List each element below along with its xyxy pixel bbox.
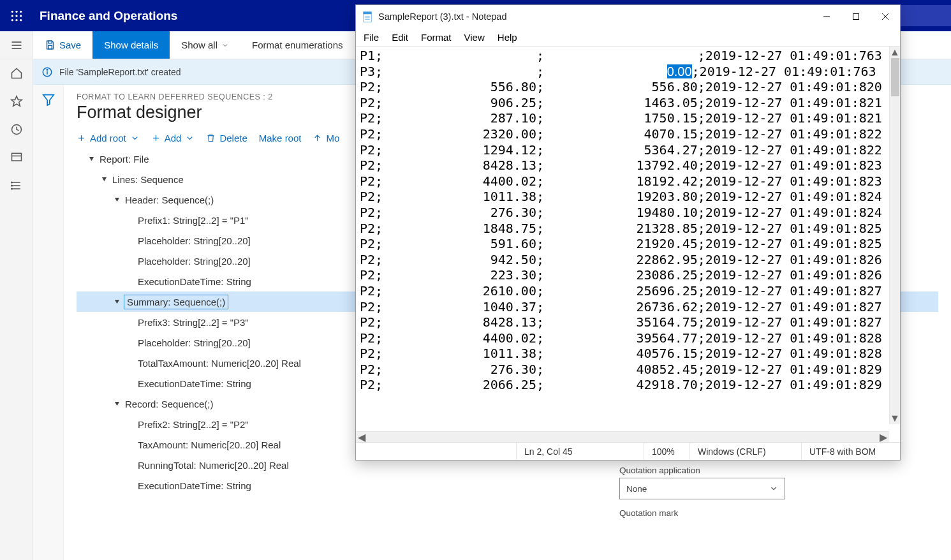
move-up-button[interactable]: Mo xyxy=(313,133,339,144)
plus-icon xyxy=(151,133,161,143)
add-label: Add xyxy=(165,133,182,144)
tree-caret-icon[interactable] xyxy=(112,299,121,305)
right-field-group: Quotation application None Quotation mar… xyxy=(619,466,785,520)
notepad-window: SampleReport (3).txt - Notepad FileEditF… xyxy=(355,4,901,461)
chevron-down-icon xyxy=(130,133,140,143)
add-root-label: Add root xyxy=(90,133,126,144)
modules-icon[interactable] xyxy=(0,172,33,200)
hamburger-icon[interactable] xyxy=(0,31,33,59)
svg-point-4 xyxy=(15,15,17,17)
info-message: File 'SampleReport.txt' created xyxy=(59,67,181,77)
chevron-down-icon xyxy=(221,41,229,49)
tree-node-label: Record: Sequence(;) xyxy=(125,399,213,409)
notepad-menu-item[interactable]: Format xyxy=(421,32,452,43)
notepad-menubar: FileEditFormatViewHelp xyxy=(356,28,900,46)
recent-icon[interactable] xyxy=(0,115,33,144)
svg-point-27 xyxy=(11,185,12,186)
tree-node-label: TotalTaxAmount: Numeric[20..20] Real xyxy=(138,358,301,369)
svg-point-1 xyxy=(15,10,17,12)
save-label: Save xyxy=(59,40,81,50)
show-details-button[interactable]: Show details xyxy=(92,31,170,59)
svg-rect-53 xyxy=(364,12,372,15)
notepad-menu-item[interactable]: File xyxy=(364,32,379,43)
tree-node-label: Placeholder: String[20..20] xyxy=(138,337,251,348)
svg-point-26 xyxy=(11,182,12,183)
save-button[interactable]: Save xyxy=(33,31,92,59)
add-button[interactable]: Add xyxy=(151,133,195,144)
filter-rail xyxy=(33,85,64,560)
tree-caret-icon[interactable] xyxy=(87,156,96,162)
scroll-left-icon[interactable]: ◀ xyxy=(356,432,367,442)
status-encoding: UTF-8 with BOM xyxy=(801,443,900,460)
filter-icon[interactable] xyxy=(41,92,55,560)
status-position: Ln 2, Col 45 xyxy=(516,443,644,460)
maximize-button[interactable] xyxy=(841,6,871,27)
quotation-app-label: Quotation application xyxy=(619,466,785,475)
format-enum-label: Format enumerations xyxy=(252,40,343,50)
workspaces-icon[interactable] xyxy=(0,144,33,172)
svg-rect-12 xyxy=(48,45,52,49)
delete-button[interactable]: Delete xyxy=(206,133,247,144)
notepad-menu-item[interactable]: Edit xyxy=(392,32,408,43)
scroll-thumb[interactable] xyxy=(891,58,899,96)
tree-node-label: Lines: Sequence xyxy=(112,174,184,185)
svg-rect-58 xyxy=(853,14,859,20)
scroll-down-icon[interactable]: ▼ xyxy=(890,413,900,424)
vertical-scrollbar[interactable]: ▲ ▼ xyxy=(889,47,900,424)
tree-node-label: RunningTotal: Numeric[20..20] Real xyxy=(138,460,289,471)
svg-marker-42 xyxy=(114,299,119,303)
svg-marker-35 xyxy=(89,156,93,160)
notepad-body: P1; ; ;2019-12-27 01:49:01:763 P3; ; 0.0… xyxy=(356,46,900,442)
notepad-statusbar: Ln 2, Col 45 100% Windows (CRLF) UTF-8 w… xyxy=(356,442,900,460)
svg-rect-21 xyxy=(11,153,21,161)
tree-node-label: Report: File xyxy=(100,154,149,165)
notepad-textarea[interactable]: P1; ; ;2019-12-27 01:49:01:763 P3; ; 0.0… xyxy=(356,47,900,442)
left-rail xyxy=(0,31,33,560)
brand-title: Finance and Operations xyxy=(40,9,177,23)
tree-caret-icon[interactable] xyxy=(112,401,121,407)
waffle-icon[interactable] xyxy=(0,0,33,31)
notepad-title: SampleReport (3).txt - Notepad xyxy=(378,11,506,22)
tree-node-label: Placeholder: String[20..20] xyxy=(138,256,251,267)
svg-rect-11 xyxy=(48,41,52,43)
notepad-icon xyxy=(361,10,374,23)
chevron-down-icon xyxy=(769,484,778,493)
scroll-right-icon[interactable]: ▶ xyxy=(878,432,889,442)
tree-node[interactable]: ExecutionDateTime: String xyxy=(77,475,938,496)
format-enumerations-button[interactable]: Format enumerations xyxy=(240,31,355,59)
trash-icon xyxy=(206,133,216,143)
home-icon[interactable] xyxy=(0,59,33,87)
make-root-label: Make root xyxy=(259,133,302,144)
svg-point-28 xyxy=(11,188,12,189)
make-root-button[interactable]: Make root xyxy=(259,133,302,144)
tree-node-label: Summary: Sequence(;) xyxy=(125,296,227,308)
minimize-button[interactable] xyxy=(812,6,841,27)
notepad-titlebar[interactable]: SampleReport (3).txt - Notepad xyxy=(356,5,900,28)
svg-point-6 xyxy=(11,19,13,21)
svg-marker-19 xyxy=(11,96,22,107)
svg-point-2 xyxy=(20,10,22,12)
svg-point-15 xyxy=(47,69,48,70)
horizontal-scrollbar[interactable]: ◀ ▶ xyxy=(356,431,889,442)
svg-point-8 xyxy=(20,19,22,21)
tree-node-label: Header: Sequence(;) xyxy=(125,195,214,205)
svg-marker-36 xyxy=(101,177,106,181)
show-details-label: Show details xyxy=(104,40,158,50)
tree-caret-icon[interactable] xyxy=(100,177,108,182)
quotation-app-select[interactable]: None xyxy=(619,478,785,499)
svg-marker-29 xyxy=(43,95,54,106)
close-button[interactable] xyxy=(871,6,900,27)
show-all-button[interactable]: Show all xyxy=(170,31,240,59)
favorites-icon[interactable] xyxy=(0,87,33,115)
quotation-mark-label: Quotation mark xyxy=(619,508,785,518)
notepad-menu-item[interactable]: Help xyxy=(498,32,517,43)
plus-icon xyxy=(77,133,86,143)
scroll-up-icon[interactable]: ▲ xyxy=(890,47,900,58)
tree-caret-icon[interactable] xyxy=(112,197,121,203)
quotation-app-value: None xyxy=(626,484,647,494)
svg-point-3 xyxy=(11,15,13,17)
notepad-menu-item[interactable]: View xyxy=(464,32,485,43)
status-eol: Windows (CRLF) xyxy=(689,443,801,460)
add-root-button[interactable]: Add root xyxy=(77,133,140,144)
status-blank xyxy=(356,443,516,460)
